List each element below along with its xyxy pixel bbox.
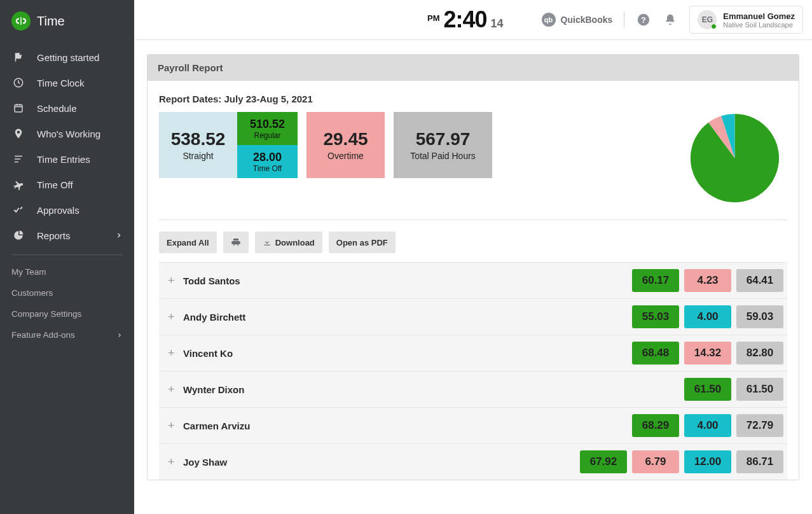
qb-logo-icon bbox=[11, 11, 31, 31]
app-logo: Time bbox=[0, 11, 134, 45]
calendar-icon bbox=[11, 102, 25, 114]
avatar-initials: EG bbox=[702, 15, 713, 24]
quickbooks-label: QuickBooks bbox=[561, 15, 613, 25]
hours-regular: 68.48 bbox=[632, 342, 679, 365]
download-button[interactable]: Download bbox=[255, 232, 322, 253]
topbar: PM 2:40 14 qb QuickBooks ? EG E bbox=[134, 0, 812, 40]
report-dates: Report Dates: July 23-Aug 5, 2021 bbox=[159, 94, 787, 104]
hours-total: 61.50 bbox=[736, 378, 783, 401]
nav-customers[interactable]: Customers bbox=[0, 282, 134, 303]
divider bbox=[159, 219, 787, 220]
nav-time-entries[interactable]: Time Entries bbox=[0, 146, 134, 172]
nav-reports[interactable]: Reports bbox=[0, 223, 134, 248]
nav-label: Reports bbox=[37, 230, 71, 241]
table-row: + Andy Birchett 55.034.0059.03 bbox=[159, 298, 787, 335]
employee-name: Vincent Ko bbox=[183, 348, 233, 359]
avatar: EG bbox=[698, 10, 717, 29]
panel-body: Report Dates: July 23-Aug 5, 2021 538.52… bbox=[148, 81, 799, 480]
nav-my-team[interactable]: My Team bbox=[0, 261, 134, 282]
pie-chart-icon bbox=[11, 230, 25, 241]
notifications-button[interactable] bbox=[663, 12, 678, 27]
tile-straight: 538.52 Straight bbox=[159, 112, 237, 178]
hours-timeoff: 12.00 bbox=[684, 450, 731, 473]
tile-split: 510.52 Regular 28.00 Time Off bbox=[237, 112, 298, 178]
hours-overtime: 4.23 bbox=[684, 269, 731, 292]
app-name: Time bbox=[37, 14, 65, 29]
tile-label: Regular bbox=[254, 131, 280, 140]
check-icon bbox=[11, 204, 25, 216]
report-panel: Payroll Report Report Dates: July 23-Aug… bbox=[147, 54, 799, 480]
tile-value: 29.45 bbox=[323, 129, 368, 149]
quickbooks-icon: qb bbox=[542, 13, 556, 27]
nav-whos-working[interactable]: Who's Working bbox=[0, 121, 134, 146]
header-clock: PM 2:40 14 bbox=[427, 6, 504, 33]
nav-label: Approvals bbox=[37, 205, 79, 216]
table-row: + Joy Shaw 67.926.7912.0086.71 bbox=[159, 443, 787, 480]
nav-label: Schedule bbox=[37, 103, 77, 114]
expand-all-button[interactable]: Expand All bbox=[159, 232, 217, 253]
nav-label: Time Clock bbox=[37, 78, 84, 88]
nav-getting-started[interactable]: Getting started bbox=[0, 45, 134, 70]
chevron-right-icon bbox=[116, 332, 123, 338]
nav-time-off[interactable]: Time Off bbox=[0, 172, 134, 197]
nav-time-clock[interactable]: Time Clock bbox=[0, 70, 134, 95]
hours-overtime: 14.32 bbox=[684, 342, 731, 365]
summary-tiles: 538.52 Straight 510.52 Regular 28.00 Tim… bbox=[159, 112, 787, 204]
tile-label: Straight bbox=[182, 151, 213, 161]
expand-row-button[interactable]: + bbox=[168, 274, 181, 288]
hours-timeoff: 4.00 bbox=[684, 305, 731, 328]
tile-regular: 510.52 Regular bbox=[237, 112, 298, 145]
row-chips: 55.034.0059.03 bbox=[632, 305, 783, 328]
clock-icon bbox=[11, 77, 25, 88]
row-chips: 68.294.0072.79 bbox=[632, 414, 783, 437]
panel-title: Payroll Report bbox=[148, 55, 799, 81]
nav-company-settings[interactable]: Company Settings bbox=[0, 303, 134, 324]
tile-timeoff: 28.00 Time Off bbox=[237, 145, 298, 178]
clock-time: 2:40 bbox=[444, 6, 487, 33]
hours-regular: 60.17 bbox=[632, 269, 679, 292]
location-icon bbox=[11, 128, 25, 139]
expand-row-button[interactable]: + bbox=[168, 383, 181, 396]
tile-value: 28.00 bbox=[253, 151, 282, 164]
employee-name: Todd Santos bbox=[183, 275, 240, 286]
expand-row-button[interactable]: + bbox=[168, 347, 181, 360]
open-pdf-button[interactable]: Open as PDF bbox=[329, 232, 396, 253]
tile-total: 567.97 Total Paid Hours bbox=[394, 112, 492, 178]
main: PM 2:40 14 qb QuickBooks ? EG E bbox=[134, 0, 812, 514]
expand-row-button[interactable]: + bbox=[168, 419, 181, 433]
expand-row-button[interactable]: + bbox=[168, 455, 181, 469]
nav-schedule[interactable]: Schedule bbox=[0, 95, 134, 121]
profile-menu[interactable]: EG Emmanuel Gomez Native Soil Landscape bbox=[689, 6, 803, 34]
nav-label: Time Off bbox=[37, 179, 73, 190]
expand-row-button[interactable]: + bbox=[168, 310, 181, 324]
report-actions: Expand All Download Open as PDF bbox=[159, 232, 787, 253]
help-button[interactable]: ? bbox=[636, 12, 651, 27]
nav-feature-addons[interactable]: Feature Add-ons bbox=[0, 324, 134, 345]
employee-name: Joy Shaw bbox=[183, 457, 227, 468]
nav-approvals[interactable]: Approvals bbox=[0, 197, 134, 223]
hours-total: 64.41 bbox=[736, 269, 783, 292]
hours-regular: 67.92 bbox=[580, 450, 627, 473]
quickbooks-link[interactable]: qb QuickBooks bbox=[542, 13, 613, 27]
dates-label: Report Dates: bbox=[159, 94, 221, 104]
print-icon bbox=[231, 237, 241, 247]
table-row: + Wynter Dixon 61.5061.50 bbox=[159, 371, 787, 407]
row-chips: 61.5061.50 bbox=[684, 378, 783, 401]
clock-seconds: 14 bbox=[491, 17, 504, 31]
table-row: + Vincent Ko 68.4814.3282.80 bbox=[159, 335, 787, 371]
tile-label: Overtime bbox=[327, 151, 364, 161]
profile-company: Native Soil Landscape bbox=[723, 21, 795, 29]
employee-name: Wynter Dixon bbox=[183, 384, 244, 395]
tile-overtime: 29.45 Overtime bbox=[306, 112, 385, 178]
svg-text:?: ? bbox=[641, 15, 646, 25]
hours-overtime: 6.79 bbox=[632, 450, 679, 473]
nav-label: Getting started bbox=[37, 52, 99, 63]
tile-value: 510.52 bbox=[250, 118, 285, 131]
content: Payroll Report Report Dates: July 23-Aug… bbox=[134, 40, 812, 494]
flag-icon bbox=[11, 52, 25, 63]
sidebar: Time Getting started Time Clock Schedule… bbox=[0, 0, 134, 514]
print-button[interactable] bbox=[223, 232, 249, 253]
row-chips: 60.174.2364.41 bbox=[632, 269, 783, 292]
nav-label: Who's Working bbox=[37, 128, 100, 139]
row-chips: 68.4814.3282.80 bbox=[632, 342, 783, 365]
